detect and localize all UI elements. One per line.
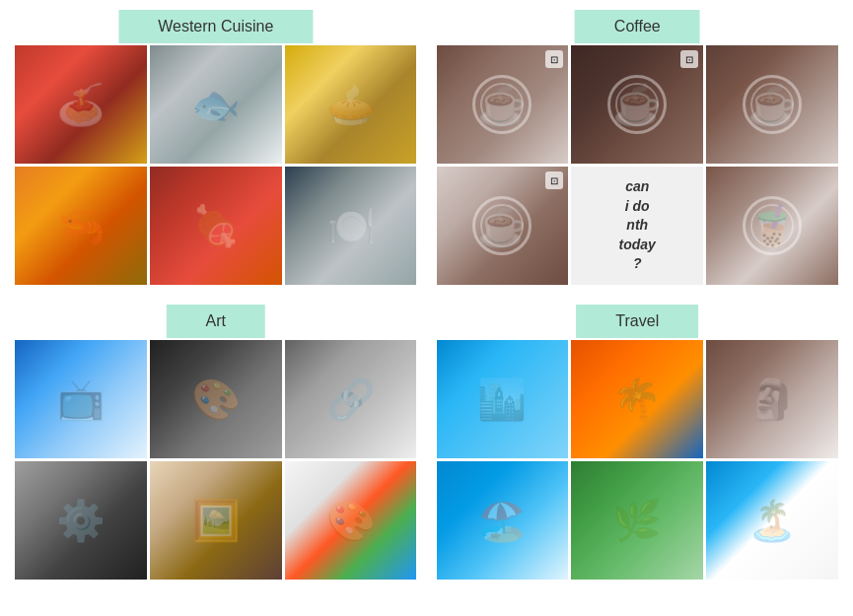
image-icon-tr5: 🌿 [612,498,662,544]
image-cell-art5[interactable]: 🖼️ [150,461,282,580]
image-placeholder-cf6: 🧋 [706,167,838,285]
overlay-icon-cf1: ⊡ [545,50,563,68]
category-coffee: Coffee☕⊡☕⊡☕☕⊡can i do nth today ?🧋 [437,10,839,285]
images-grid-travel: 🏙️🌴🗿🏖️🌿🏝️ [437,324,839,580]
image-cell-wc2[interactable]: 🐟 [150,45,282,164]
image-placeholder-wc3: 🥧 [285,45,417,164]
image-placeholder-art2: 🎨 [150,340,282,458]
image-cell-tr5[interactable]: 🌿 [571,461,703,580]
image-icon-wc3: 🥧 [326,82,376,128]
image-icon-art2: 🎨 [191,376,241,423]
image-cell-tr3[interactable]: 🗿 [706,340,838,458]
image-placeholder-wc5: 🍖 [150,167,282,285]
image-placeholder-wc4: 🦐 [15,167,147,285]
image-icon-cf2: ☕ [612,82,662,128]
image-cell-cf6[interactable]: 🧋 [706,167,838,285]
image-placeholder-art4: ⚙️ [15,461,147,580]
image-icon-cf4: ☕ [477,203,527,249]
image-icon-tr3: 🗿 [747,376,797,423]
image-placeholder-wc1: 🍝 [15,45,147,164]
image-placeholder-tr2: 🌴 [571,340,703,458]
image-placeholder-wc6: 🍽️ [285,167,417,285]
image-cell-wc3[interactable]: 🥧 [285,45,417,164]
image-cell-wc1[interactable]: 🍝 [15,45,147,164]
category-header-western-cuisine: Western Cuisine [118,10,313,43]
image-cell-cf3[interactable]: ☕ [706,45,838,164]
image-cell-art6[interactable]: 🎨 [285,461,417,580]
image-cell-tr4[interactable]: 🏖️ [437,461,569,580]
category-header-coffee: Coffee [575,10,700,43]
image-cell-cf2[interactable]: ☕⊡ [571,45,703,164]
image-icon-tr1: 🏙️ [477,376,527,423]
image-placeholder-tr3: 🗿 [706,340,838,458]
image-placeholder-tr1: 🏙️ [437,340,569,458]
images-grid-coffee: ☕⊡☕⊡☕☕⊡can i do nth today ?🧋 [437,30,839,285]
image-cell-art3[interactable]: 🔗 [285,340,417,458]
image-icon-cf6: 🧋 [747,203,797,249]
image-icon-art6: 🎨 [326,498,376,544]
image-placeholder-tr4: 🏖️ [437,461,569,580]
image-placeholder-art1: 📺 [15,340,147,458]
category-header-art: Art [167,305,265,338]
image-placeholder-tr5: 🌿 [571,461,703,580]
image-cell-cf5[interactable]: can i do nth today ? [571,167,703,285]
overlay-icon-cf2: ⊡ [680,50,698,68]
image-icon-wc4: 🦐 [56,203,106,249]
image-icon-art3: 🔗 [326,376,376,423]
image-icon-tr2: 🌴 [612,376,662,423]
text-overlay-cf5: can i do nth today ? [571,167,703,285]
image-icon-art5: 🖼️ [191,498,241,544]
image-cell-wc6[interactable]: 🍽️ [285,167,417,285]
image-cell-cf4[interactable]: ☕⊡ [437,167,569,285]
category-art: Art📺🎨🔗⚙️🖼️🎨 [15,305,417,580]
image-icon-art4: ⚙️ [56,498,106,544]
category-travel: Travel🏙️🌴🗿🏖️🌿🏝️ [437,305,839,580]
image-cell-wc5[interactable]: 🍖 [150,167,282,285]
image-placeholder-tr6: 🏝️ [706,461,838,580]
image-icon-tr6: 🏝️ [747,498,797,544]
image-icon-tr4: 🏖️ [477,498,527,544]
page-container: Western Cuisine🍝🐟🥧🦐🍖🍽️Coffee☕⊡☕⊡☕☕⊡can i… [0,0,853,594]
image-icon-art1: 📺 [56,376,106,423]
image-placeholder-art6: 🎨 [285,461,417,580]
image-cell-cf1[interactable]: ☕⊡ [437,45,569,164]
image-cell-art1[interactable]: 📺 [15,340,147,458]
category-header-travel: Travel [576,305,698,338]
image-cell-tr1[interactable]: 🏙️ [437,340,569,458]
image-cell-tr2[interactable]: 🌴 [571,340,703,458]
image-icon-wc2: 🐟 [191,82,241,128]
image-placeholder-art5: 🖼️ [150,461,282,580]
image-cell-art4[interactable]: ⚙️ [15,461,147,580]
category-western-cuisine: Western Cuisine🍝🐟🥧🦐🍖🍽️ [15,10,417,285]
image-icon-cf3: ☕ [747,82,797,128]
image-placeholder-wc2: 🐟 [150,45,282,164]
images-grid-western-cuisine: 🍝🐟🥧🦐🍖🍽️ [15,30,417,285]
image-icon-wc6: 🍽️ [326,203,376,249]
image-icon-wc5: 🍖 [191,203,241,249]
image-icon-cf1: ☕ [477,82,527,128]
image-placeholder-art3: 🔗 [285,340,417,458]
image-cell-art2[interactable]: 🎨 [150,340,282,458]
overlay-icon-cf4: ⊡ [545,171,563,189]
image-cell-wc4[interactable]: 🦐 [15,167,147,285]
image-placeholder-cf3: ☕ [706,45,838,164]
image-icon-wc1: 🍝 [56,82,106,128]
image-cell-tr6[interactable]: 🏝️ [706,461,838,580]
images-grid-art: 📺🎨🔗⚙️🖼️🎨 [15,324,417,580]
